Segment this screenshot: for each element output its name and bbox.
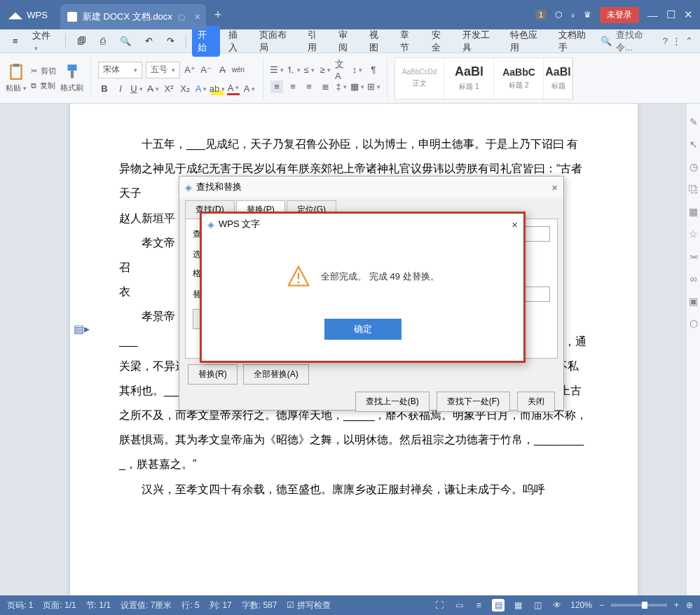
replace-button[interactable]: 替换(R) [188, 364, 238, 385]
new-tab-button[interactable]: + [206, 0, 231, 29]
document-tab[interactable]: 新建 DOCX 文档.docx ▢ × [60, 4, 206, 29]
zoom-value[interactable]: 120% [570, 600, 592, 610]
font-size-select[interactable]: 五号▾ [146, 62, 180, 78]
quick-redo-icon[interactable]: ↷ [161, 33, 180, 49]
style-title[interactable]: AaBl标题 [544, 58, 572, 99]
view-outline-icon[interactable]: ≡ [472, 599, 485, 611]
align-center-button[interactable]: ≡ [287, 81, 299, 93]
quick-preview-icon[interactable]: 🔍 [114, 33, 137, 49]
status-setting[interactable]: 设置值: 7厘米 [121, 600, 172, 611]
show-marks-button[interactable]: ¶ [367, 64, 380, 76]
login-button[interactable]: 未登录 [600, 7, 639, 23]
italic-button[interactable]: I [114, 83, 127, 95]
tab-page-layout[interactable]: 页面布局 [254, 26, 298, 57]
help-icon[interactable]: ? [663, 36, 668, 46]
cut-button[interactable]: ✂剪切 [31, 66, 56, 76]
line-spacing-button[interactable]: ‡ [335, 81, 348, 93]
close-dialog-button[interactable]: 关闭 [517, 392, 555, 412]
view-web-icon[interactable]: ▦ [512, 599, 524, 611]
text-direction-button[interactable]: 文A [335, 64, 348, 76]
view-fullscreen-icon[interactable]: ⛶ [433, 599, 446, 611]
style-gallery[interactable]: AaBbCcDd正文 AaBl标题 1 AaBbC标题 2 AaBl标题 [394, 57, 573, 99]
paste-button[interactable]: 粘贴 [6, 63, 27, 93]
zoom-slider[interactable] [611, 604, 667, 607]
minimize-button[interactable]: — [647, 9, 658, 21]
find-next-button[interactable]: 查找下一处(F) [437, 392, 510, 412]
tab-monitor-icon[interactable]: ▢ [178, 13, 185, 22]
quick-save-icon[interactable]: 🗐 [71, 33, 92, 49]
side-tree-icon[interactable]: ⿻ [689, 184, 699, 195]
tab-dev-tools[interactable]: 开发工具 [457, 26, 502, 57]
tab-doc-helper[interactable]: 文档助手 [553, 26, 598, 57]
search-placeholder[interactable]: 查找命令... [616, 29, 653, 54]
status-line[interactable]: 行: 5 [181, 600, 199, 611]
quick-print-icon[interactable]: ⎙ [95, 33, 111, 49]
shading-button[interactable]: ▦ [351, 81, 364, 93]
subscript-button[interactable]: X₂ [179, 83, 191, 95]
style-normal[interactable]: AaBbCcDd正文 [395, 58, 444, 99]
search-icon[interactable]: 🔍 [601, 36, 612, 46]
view-eye-icon[interactable]: 👁 [551, 599, 563, 611]
crown-icon[interactable]: ♛ [584, 10, 591, 20]
status-col[interactable]: 列: 17 [210, 600, 232, 611]
status-more-icon[interactable]: ⊕ [686, 600, 693, 610]
zoom-out-button[interactable]: − [599, 600, 604, 610]
indent-inc-button[interactable]: ≥ [319, 64, 331, 76]
indent-dec-button[interactable]: ≤ [303, 64, 315, 76]
view-print-icon[interactable]: ▤ [492, 599, 505, 611]
maximize-button[interactable]: ☐ [666, 8, 675, 21]
sort-button[interactable]: ↕ [351, 64, 364, 76]
close-find-dialog-icon[interactable]: × [551, 181, 558, 193]
quick-undo-icon[interactable]: ↶ [139, 33, 158, 49]
copy-button[interactable]: ⧉复制 [31, 81, 56, 91]
cloud-icon[interactable]: ⬨ [570, 10, 575, 20]
status-words[interactable]: 字数: 587 [242, 600, 277, 611]
side-pencil-icon[interactable]: ✎ [689, 116, 698, 127]
border-button[interactable]: ⊞ [367, 81, 380, 93]
align-justify-button[interactable]: ≣ [319, 81, 331, 93]
side-image-icon[interactable]: ▣ [689, 296, 698, 307]
close-tab-icon[interactable]: × [195, 11, 200, 22]
font-family-select[interactable]: 宋体▾ [98, 62, 142, 78]
status-section[interactable]: 节: 1/1 [86, 600, 111, 611]
replace-all-button[interactable]: 全部替换(A) [243, 364, 309, 385]
collapse-ribbon-icon[interactable]: ⌃ [685, 36, 693, 46]
side-cursor-icon[interactable]: ↖ [689, 139, 698, 150]
phonetic-icon[interactable]: wén [232, 64, 245, 76]
bold-button[interactable]: B [98, 83, 111, 95]
view-side-icon[interactable]: ◫ [531, 599, 544, 611]
menu-file[interactable]: 文件 [27, 27, 60, 55]
skin-icon[interactable]: ⬡ [555, 10, 562, 20]
highlight-button[interactable]: ab [211, 83, 224, 95]
strike-button[interactable]: A̶ [146, 83, 159, 95]
decrease-font-icon[interactable]: A⁻ [200, 64, 212, 76]
clear-format-icon[interactable]: A̶ [216, 64, 228, 76]
menu-hamburger[interactable]: ≡ [7, 33, 24, 49]
align-right-button[interactable]: ≡ [303, 81, 315, 93]
tab-section[interactable]: 章节 [394, 26, 423, 57]
side-chain-icon[interactable]: ⫘ [689, 251, 699, 262]
status-pages[interactable]: 页面: 1/1 [43, 600, 76, 611]
zoom-in-button[interactable]: + [674, 600, 679, 610]
side-clock-icon[interactable]: ◷ [689, 161, 698, 172]
find-prev-button[interactable]: 查找上一处(B) [355, 392, 430, 412]
number-list-button[interactable]: ⒈ [287, 64, 299, 76]
style-heading2[interactable]: AaBbC标题 2 [495, 58, 544, 99]
side-star-icon[interactable]: ☆ [689, 228, 698, 240]
notification-badge[interactable]: 1 [535, 10, 547, 20]
close-alert-icon[interactable]: × [512, 219, 518, 230]
underline-button[interactable]: U [130, 83, 143, 95]
tab-security[interactable]: 安全 [426, 26, 454, 57]
tab-start[interactable]: 开始 [192, 26, 220, 57]
side-clipboard-icon[interactable]: ▦ [689, 206, 698, 217]
side-share-icon[interactable]: ∞ [690, 273, 697, 284]
tab-view[interactable]: 视图 [364, 26, 392, 57]
font-color-button[interactable]: A [227, 83, 240, 95]
style-heading1[interactable]: AaBl标题 1 [445, 58, 494, 99]
increase-font-icon[interactable]: A⁺ [184, 64, 196, 76]
tab-review[interactable]: 审阅 [333, 26, 361, 57]
char-shading-button[interactable]: A [243, 83, 256, 95]
paragraph-gutter-icon[interactable]: ▤▸ [74, 322, 90, 336]
bullet-list-button[interactable]: ☰ [270, 64, 283, 76]
superscript-button[interactable]: X² [163, 83, 175, 95]
